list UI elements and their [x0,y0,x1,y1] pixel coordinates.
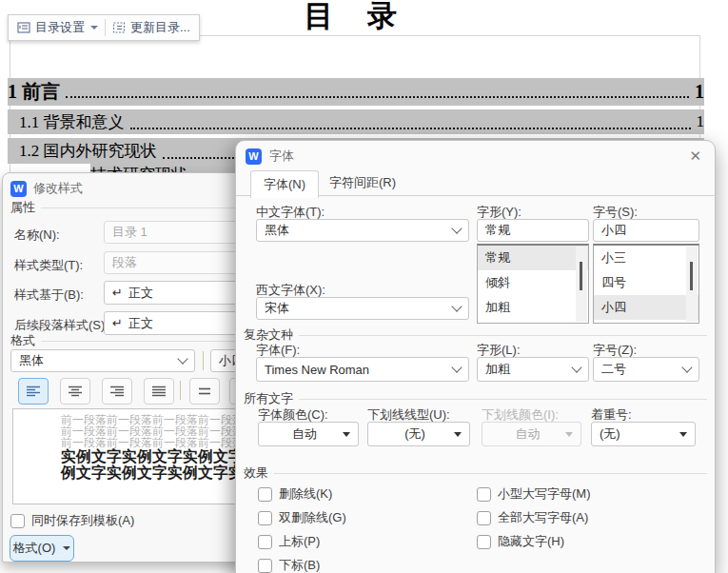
section-divider-line [274,473,707,474]
section-label: 效果 [244,464,268,482]
scrollbar-track[interactable] [576,247,587,322]
western-font-value: 宋体 [265,300,453,317]
list-item[interactable]: 加粗 [478,295,588,320]
align-center-button[interactable] [60,378,90,405]
cn-font-value: 黑体 [265,222,453,239]
scrollbar-track[interactable] [686,247,698,322]
checkbox-double-strikethrough[interactable]: 双删除线(G) [258,509,346,526]
checkbox-subscript[interactable]: 下标(B) [258,557,320,573]
toc-settings-label: 目录设置 [35,19,85,36]
underline-style-dropdown[interactable]: (无) [367,422,470,446]
align-justify-icon [151,385,167,397]
chevron-down-icon [63,546,70,550]
toc-leader-dots [66,96,689,98]
complex-script-section-header: 复杂文种 [244,326,707,344]
checkbox-all-caps[interactable]: 全部大写字母(A) [477,509,588,526]
checkbox-label: 下标(B) [279,557,320,573]
toc-entry-1[interactable]: 1 前言 1 [8,78,704,106]
font-color-dropdown[interactable]: 自动 [258,422,359,446]
complex-font-combobox[interactable]: Times New Roman [256,357,469,382]
checkbox-label: 隐藏文字(H) [498,533,564,550]
emphasis-mark-dropdown[interactable]: (无) [591,422,696,446]
font-size-listbox[interactable]: 小三 四号 小四 [593,244,699,324]
save-to-template-checkbox[interactable]: 同时保存到模板(A) [10,512,134,529]
section-divider-line [299,335,707,336]
western-font-combobox[interactable]: 宋体 [256,297,469,320]
cn-font-combobox[interactable]: 黑体 [256,219,469,242]
checkbox-icon [10,514,25,528]
format-menu-button[interactable]: 格式(O) [10,535,74,562]
dropdown-arrow-icon [679,432,687,437]
dropdown-arrow-icon [343,432,350,437]
toc-entry-text: 1.1 背景和意义 [19,111,125,133]
modify-style-titlebar[interactable]: W 修改样式 [10,180,83,197]
tab-font[interactable]: 字体(N) [250,170,319,198]
underline-color-value: 自动 [490,425,565,443]
based-on-label: 样式基于(B): [14,286,84,304]
chevron-down-icon [681,362,692,372]
align-center-icon [68,385,83,397]
chevron-down-icon [177,353,187,364]
complex-size-combobox[interactable]: 二号 [593,357,699,382]
font-dialog-titlebar[interactable]: W 字体 [246,148,294,165]
chevron-down-icon [451,223,462,233]
font-style-listbox[interactable]: 常规 倾斜 加粗 [477,244,589,324]
section-label: 所有文字 [244,390,293,407]
toc-settings-icon [17,21,30,34]
update-toc-icon [112,21,126,34]
align-right-icon [109,385,125,397]
section-label: 格式 [10,332,35,349]
toc-entry-2[interactable]: 1.1 背景和意义 1 [8,109,704,134]
align-justify-button[interactable] [144,378,174,405]
modify-style-title: 修改样式 [33,180,83,197]
font-size-input[interactable]: 小四 [593,219,699,242]
checkbox-strikethrough[interactable]: 删除线(K) [258,485,332,503]
align-right-button[interactable] [102,378,132,405]
scrollbar-thumb[interactable] [580,262,582,290]
tab-label: 字符间距(R) [329,174,396,191]
scrollbar-thumb[interactable] [690,262,693,290]
toc-page-number: 1 [697,112,705,131]
format-button-label: 格式(O) [13,540,56,557]
align-left-button[interactable] [18,378,49,405]
list-item[interactable]: 小三 [594,246,698,270]
update-toc-button[interactable]: 更新目录... [106,16,197,39]
checkbox-icon [258,511,272,525]
close-icon[interactable]: ✕ [689,148,701,163]
toc-entry-text: 1 前言 [8,79,60,105]
section-label: 属性 [10,199,35,216]
complex-style-value: 加粗 [485,361,573,378]
toc-entry-text: 1.2 国内外研究现状 [19,140,157,162]
font-style-input[interactable]: 常规 [477,219,589,242]
chevron-down-icon [451,301,462,311]
align-left-icon [26,385,41,397]
return-icon: ↵ [112,316,123,330]
effects-section-header: 效果 [244,464,707,482]
wps-logo-icon: W [10,181,27,197]
checkbox-icon [477,487,491,502]
dropdown-arrow-icon [454,432,462,437]
list-item-selected[interactable]: 小四 [594,295,698,320]
line-spacing-1-button[interactable] [189,378,220,405]
style-font-select[interactable]: 黑体 [10,349,195,372]
checkbox-label: 全部大写字母(A) [498,509,588,526]
tab-character-spacing[interactable]: 字符间距(R) [317,170,408,195]
chevron-down-icon [90,26,98,30]
checkbox-icon [258,487,272,502]
list-item[interactable]: 倾斜 [478,270,588,295]
section-divider-line [299,399,707,400]
complex-size-value: 二号 [601,361,683,378]
checkbox-superscript[interactable]: 上标(P) [258,533,320,550]
checkbox-small-caps[interactable]: 小型大写字母(M) [477,485,591,503]
list-item[interactable]: 四号 [594,270,698,295]
list-item-selected[interactable]: 常规 [478,246,588,270]
checkbox-label: 双删除线(G) [279,509,346,526]
toc-page-number: 1 [695,81,704,103]
font-style-value: 常规 [485,222,580,239]
name-label: 名称(N): [14,227,60,244]
toc-settings-button[interactable]: 目录设置 [10,16,105,39]
checkbox-hidden-text[interactable]: 隐藏文字(H) [477,533,564,550]
chevron-down-icon [451,362,462,372]
complex-style-combobox[interactable]: 加粗 [477,357,589,382]
return-icon: ↵ [112,286,123,300]
